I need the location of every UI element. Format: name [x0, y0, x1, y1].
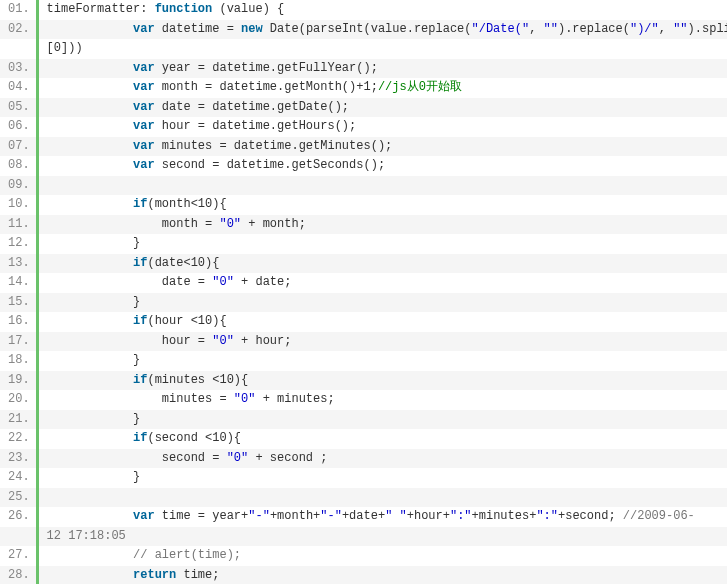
code-token: date =: [47, 275, 213, 289]
code-token: + hour;: [234, 334, 292, 348]
code-line: second = "0" + second ;: [39, 449, 727, 469]
code-line: var datetime = new Date(parseInt(value.r…: [39, 20, 727, 40]
line-number: 21.: [0, 410, 36, 430]
code-line: var year = datetime.getFullYear();: [39, 59, 727, 79]
code-token: + minutes;: [255, 392, 334, 406]
line-number: 02.: [0, 20, 36, 40]
code-token: time = year+: [155, 509, 249, 523]
line-number: 03.: [0, 59, 36, 79]
code-token: minutes = datetime.getMinutes();: [155, 139, 393, 153]
code-line: if(hour <10){: [39, 312, 727, 332]
line-number: 19.: [0, 371, 36, 391]
line-number: 04.: [0, 78, 36, 98]
code-token: [47, 373, 133, 387]
code-token: time;: [176, 568, 219, 582]
code-token: month =: [47, 217, 220, 231]
code-line: var month = datetime.getMonth()+1;//js从0…: [39, 78, 727, 98]
code-token: }: [47, 412, 141, 426]
code-line: if(month<10){: [39, 195, 727, 215]
code-token: [47, 568, 133, 582]
code-line: var minutes = datetime.getMinutes();: [39, 137, 727, 157]
code-token: ")/": [630, 22, 659, 36]
code-line: [39, 176, 727, 196]
code-token: "-": [248, 509, 270, 523]
line-number: 27.: [0, 546, 36, 566]
code-token: var: [133, 80, 155, 94]
code-token: [47, 61, 133, 75]
code-line: }: [39, 468, 727, 488]
line-number: 15.: [0, 293, 36, 313]
code-line: hour = "0" + hour;: [39, 332, 727, 352]
code-token: }: [47, 470, 141, 484]
code-token: var: [133, 509, 155, 523]
code-token: ":": [450, 509, 472, 523]
code-block: 01.02.03.04.05.06.07.08.09.10.11.12.13.1…: [0, 0, 727, 584]
code-token: "0": [234, 392, 256, 406]
code-token: if: [133, 373, 147, 387]
code-token: // alert(time);: [133, 548, 241, 562]
line-number: 14.: [0, 273, 36, 293]
code-line: return time;: [39, 566, 727, 585]
code-line: if(date<10){: [39, 254, 727, 274]
line-number: [0, 527, 36, 547]
code-token: [47, 100, 133, 114]
code-token: var: [133, 22, 155, 36]
code-line: }: [39, 410, 727, 430]
code-token: [47, 139, 133, 153]
code-token: if: [133, 314, 147, 328]
code-token: [47, 490, 54, 504]
code-token: Date(parseInt(value.replace(: [263, 22, 472, 36]
code-token: +date+: [342, 509, 385, 523]
code-token: return: [133, 568, 176, 582]
code-token: var: [133, 119, 155, 133]
code-token: "0": [219, 217, 241, 231]
code-token: +hour+: [407, 509, 450, 523]
code-token: //2009-06-: [623, 509, 695, 523]
line-number: 17.: [0, 332, 36, 352]
line-number: 11.: [0, 215, 36, 235]
code-token: 12 17:18:05: [47, 529, 126, 543]
line-number: 22.: [0, 429, 36, 449]
code-token: ,: [659, 22, 673, 36]
code-token: }: [47, 353, 141, 367]
line-number: 12.: [0, 234, 36, 254]
code-token: hour = datetime.getHours();: [155, 119, 357, 133]
code-token: "": [544, 22, 558, 36]
code-token: var: [133, 139, 155, 153]
line-number: [0, 39, 36, 59]
code-token: [47, 431, 133, 445]
code-token: var: [133, 61, 155, 75]
line-number: 09.: [0, 176, 36, 196]
code-token: new: [241, 22, 263, 36]
code-token: year = datetime.getFullYear();: [155, 61, 378, 75]
code-token: + date;: [234, 275, 292, 289]
line-number: 16.: [0, 312, 36, 332]
code-line: timeFormatter: function (value) {: [39, 0, 727, 20]
code-token: //js从0开始取: [378, 80, 462, 94]
code-line: if(minutes <10){: [39, 371, 727, 391]
code-token: date = datetime.getDate();: [155, 100, 349, 114]
code-token: (month<10){: [147, 197, 226, 211]
code-token: ":": [536, 509, 558, 523]
line-number: 01.: [0, 0, 36, 20]
code-line: }: [39, 234, 727, 254]
code-token: (value) {: [212, 2, 284, 16]
code-token: second = datetime.getSeconds();: [155, 158, 385, 172]
code-token: "": [673, 22, 687, 36]
code-token: [47, 80, 133, 94]
code-token: " ": [385, 509, 407, 523]
code-token: +month+: [270, 509, 320, 523]
code-token: [47, 178, 54, 192]
line-number: 07.: [0, 137, 36, 157]
code-line: date = "0" + date;: [39, 273, 727, 293]
code-token: minutes =: [47, 392, 234, 406]
line-number: 26.: [0, 507, 36, 527]
code-token: }: [47, 295, 141, 309]
code-token: (second <10){: [147, 431, 241, 445]
code-token: "/Date(": [472, 22, 530, 36]
code-token: [47, 119, 133, 133]
code-token: var: [133, 158, 155, 172]
code-line: if(second <10){: [39, 429, 727, 449]
code-line: // alert(time);: [39, 546, 727, 566]
code-token: if: [133, 256, 147, 270]
